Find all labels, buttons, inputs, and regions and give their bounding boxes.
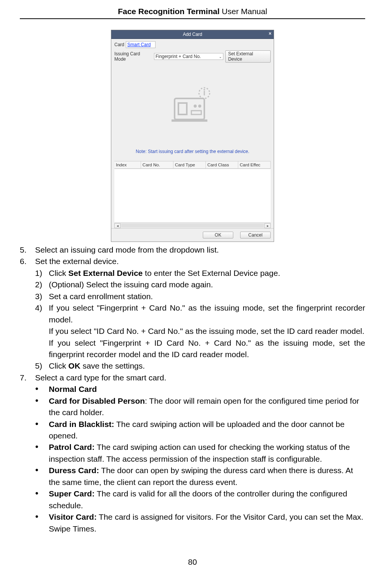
issuing-mode-value: Fingerprint + Card No.: [156, 54, 201, 59]
cancel-button[interactable]: Cancel: [240, 232, 271, 238]
close-icon[interactable]: ×: [269, 31, 271, 36]
set-external-device-button[interactable]: Set External Device: [225, 50, 271, 63]
running-header-bold: Face Recognition Terminal: [118, 7, 220, 16]
step-6-5: Click OK save the settings.: [49, 360, 365, 372]
issuing-mode-label: Issuing Card Mode: [114, 51, 152, 62]
col-card-type: Card Type: [173, 161, 206, 168]
svg-point-3: [198, 105, 201, 108]
card-type-duress: Duress Card: The door can open by swipin…: [35, 465, 365, 488]
step-7: Select a card type for the smart card.: [35, 372, 365, 383]
ok-button[interactable]: OK: [203, 232, 233, 238]
step-6-3: Set a card enrollment station.: [49, 291, 365, 302]
step-5: Select an issuing card mode from the dro…: [35, 244, 365, 256]
step-marker: 5.: [20, 244, 35, 256]
col-index: Index: [114, 161, 141, 168]
card-type-super: Super Card: The card is valid for all th…: [35, 488, 365, 511]
dialog-titlebar: Add Card ×: [111, 30, 274, 39]
add-card-dialog: Add Card × Card Smart Card Issuing Card …: [111, 30, 274, 242]
substep-marker: 3): [35, 291, 49, 302]
svg-rect-1: [178, 103, 187, 114]
dialog-note: Note: Start issuing card after setting t…: [114, 149, 271, 154]
page-number: 80: [20, 557, 365, 567]
horizontal-scrollbar[interactable]: ◂ ▸: [114, 222, 271, 228]
step-6: Set the external device.: [35, 256, 365, 267]
card-label: Card: [114, 42, 124, 47]
card-type-disabled: Card for Disabled Person: The door will …: [35, 395, 365, 419]
card-table-body: [114, 169, 271, 222]
step-marker: 7.: [20, 372, 35, 383]
scroll-left-icon[interactable]: ◂: [114, 223, 120, 228]
col-card-class: Card Class: [206, 161, 238, 168]
svg-rect-5: [172, 119, 207, 122]
substep-marker: 4): [35, 302, 49, 360]
svg-point-8: [204, 89, 205, 90]
substep-marker: 2): [35, 279, 49, 290]
step-marker: 6.: [20, 256, 35, 372]
card-value-field[interactable]: Smart Card: [126, 41, 156, 48]
substep-marker: 1): [35, 267, 49, 279]
svg-rect-4: [191, 111, 201, 114]
card-type-visitor: Visitor Card: The card is assigned for v…: [35, 511, 365, 535]
step-6-1: Click Set External Device to enter the S…: [49, 267, 365, 279]
card-type-blacklist: Card in Blacklist: The card swiping acti…: [35, 419, 365, 442]
step-6-2: (Optional) Select the issuing card mode …: [49, 279, 365, 290]
card-type-normal: Normal Card: [35, 383, 365, 395]
substep-marker: 5): [35, 360, 49, 372]
running-header: Face Recognition Terminal User Manual: [20, 7, 365, 19]
device-illustration: [114, 65, 271, 145]
card-table-header: Index Card No. Card Type Card Class Card…: [114, 161, 271, 169]
issuing-mode-select[interactable]: Fingerprint + Card No. ⌄: [154, 53, 223, 60]
col-card-no: Card No.: [141, 161, 173, 168]
svg-point-2: [194, 105, 197, 108]
scroll-track[interactable]: [121, 224, 264, 227]
dialog-title-text: Add Card: [183, 32, 202, 37]
instruction-text: 5. Select an issuing card mode from the …: [20, 244, 365, 535]
card-reader-icon: [172, 87, 213, 123]
chevron-down-icon: ⌄: [219, 55, 222, 59]
scroll-right-icon[interactable]: ▸: [265, 223, 271, 228]
col-card-effec: Card Effec: [238, 161, 271, 168]
step-6-4: If you select "Fingerprint + Card No." a…: [49, 302, 365, 360]
running-header-rest: User Manual: [220, 7, 267, 16]
card-type-patrol: Patrol Card: The card swiping action can…: [35, 441, 365, 465]
